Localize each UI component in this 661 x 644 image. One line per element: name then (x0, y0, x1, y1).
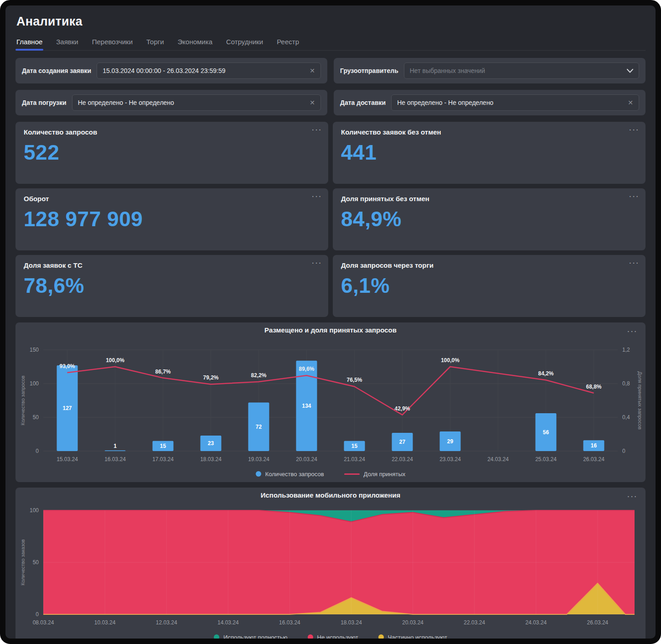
svg-text:20.03.24: 20.03.24 (402, 619, 423, 626)
shipper-placeholder: Нет выбранных значений (410, 67, 622, 74)
more-menu-icon[interactable]: ··· (629, 258, 639, 267)
clear-icon[interactable]: ✕ (310, 68, 315, 74)
legend-line-icon (344, 473, 360, 475)
filter-shipper: Грузоотправитель Нет выбранных значений (334, 58, 646, 83)
kpi-title: Количество запросов (24, 128, 97, 136)
kpi-value: 84,9% (341, 207, 637, 231)
kpi-card-orders-no-cancel: Количество заявок без отмен ··· 441 (333, 122, 646, 184)
svg-text:Доля принятых запросов: Доля принятых запросов (637, 371, 643, 430)
svg-text:82,2%: 82,2% (251, 372, 266, 379)
svg-text:72: 72 (256, 424, 262, 430)
svg-text:26.03.24: 26.03.24 (583, 456, 604, 462)
svg-text:50: 50 (33, 559, 39, 566)
filter-creation-date: Дата создания заявки 15.03.2024 00:00:00… (15, 58, 327, 83)
chart-panel-requests: Размещено и доля принятых запросов ··· 1… (15, 322, 646, 482)
kpi-value: 6,1% (341, 273, 637, 298)
svg-text:22.03.24: 22.03.24 (464, 619, 485, 626)
chart-panel-mobile-app: Использование мобильного приложения ··· … (15, 488, 646, 644)
svg-text:08.03.24: 08.03.24 (33, 619, 54, 626)
legend-item-full-use[interactable]: Используют полностью (214, 634, 288, 641)
clear-icon[interactable]: ✕ (628, 99, 633, 106)
legend-item-accepted[interactable]: Доля принятых (344, 471, 406, 478)
svg-text:Количество заказов: Количество заказов (20, 539, 26, 585)
svg-text:27: 27 (399, 439, 406, 445)
svg-text:42,9%: 42,9% (394, 405, 410, 412)
kpi-card-accepted-share: Доля принятых без отмен ··· 84,9% (333, 188, 646, 250)
shipper-select[interactable]: Нет выбранных значений (404, 62, 639, 79)
more-menu-icon[interactable]: ··· (627, 326, 637, 335)
svg-text:22.03.24: 22.03.24 (392, 456, 413, 462)
svg-text:76,5%: 76,5% (346, 377, 362, 383)
svg-text:134: 134 (302, 403, 311, 409)
svg-text:24.03.24: 24.03.24 (487, 456, 509, 462)
more-menu-icon[interactable]: ··· (627, 491, 637, 500)
tab-zayavki[interactable]: Заявки (56, 35, 78, 50)
kpi-title: Количество заявок без отмен (341, 128, 441, 136)
loading-date-input[interactable]: Не определено - Не определено ✕ (72, 94, 321, 111)
chart-legend: Количество запросов Доля принятых (17, 467, 644, 480)
creation-date-input[interactable]: 15.03.2024 00:00:00 - 26.03.2024 23:59:5… (97, 62, 321, 79)
kpi-title: Доля заявок с ТС (24, 261, 83, 269)
kpi-card-requests-count: Количество запросов ··· 522 (15, 122, 328, 184)
more-menu-icon[interactable]: ··· (629, 125, 639, 134)
filter-label: Грузоотправитель (340, 67, 398, 74)
tab-sotrudniki[interactable]: Сотрудники (226, 35, 263, 50)
chevron-down-icon[interactable] (627, 69, 633, 73)
svg-text:20.03.24: 20.03.24 (296, 456, 317, 462)
svg-text:16.03.24: 16.03.24 (279, 619, 300, 626)
more-menu-icon[interactable]: ··· (311, 191, 322, 200)
svg-text:21.03.24: 21.03.24 (344, 456, 365, 462)
svg-text:84,2%: 84,2% (538, 370, 553, 377)
legend-label: Не используют (317, 634, 358, 641)
legend-item-requests[interactable]: Количество запросов (256, 471, 324, 478)
svg-text:16: 16 (591, 442, 597, 449)
svg-text:17.03.24: 17.03.24 (152, 456, 174, 462)
legend-dot-icon (214, 634, 219, 640)
svg-text:1: 1 (114, 443, 117, 449)
svg-text:0: 0 (36, 448, 39, 454)
svg-text:24.03.24: 24.03.24 (525, 619, 547, 626)
svg-text:12.03.24: 12.03.24 (156, 619, 177, 626)
tab-reestr[interactable]: Реестр (277, 35, 299, 50)
tab-glavnoe[interactable]: Главное (16, 35, 42, 50)
filter-label: Дата доставки (340, 99, 386, 106)
svg-text:0,4: 0,4 (622, 414, 630, 421)
filter-delivery-date: Дата доставки Не определено - Не определ… (334, 90, 646, 115)
bar-line-chart: 15.03.2416.03.2417.03.2418.03.2419.03.24… (17, 338, 644, 467)
delivery-date-value: Не определено - Не определено (397, 99, 623, 106)
svg-text:16.03.24: 16.03.24 (104, 456, 126, 462)
svg-text:0: 0 (622, 448, 625, 454)
clear-icon[interactable]: ✕ (310, 99, 315, 106)
legend-label: Количество запросов (265, 471, 324, 478)
kpi-value: 441 (341, 140, 637, 165)
svg-text:86,7%: 86,7% (155, 369, 170, 375)
more-menu-icon[interactable]: ··· (311, 125, 322, 134)
kpi-card-ts-share: Доля заявок с ТС ··· 78,6% (15, 255, 328, 317)
svg-text:26.03.24: 26.03.24 (587, 619, 609, 626)
legend-dot-icon (256, 471, 261, 477)
tab-perevozchiki[interactable]: Перевозчики (92, 35, 133, 50)
more-menu-icon[interactable]: ··· (311, 258, 322, 267)
svg-text:10.03.24: 10.03.24 (94, 619, 116, 626)
tab-torgi[interactable]: Торги (146, 35, 164, 50)
filter-bar: Дата создания заявки 15.03.2024 00:00:00… (15, 58, 646, 115)
more-menu-icon[interactable]: ··· (629, 191, 639, 200)
kpi-value: 128 977 909 (24, 207, 320, 231)
filter-loading-date: Дата погрузки Не определено - Не определ… (15, 90, 327, 115)
svg-text:14.03.24: 14.03.24 (217, 619, 239, 626)
legend-dot-icon (308, 634, 313, 640)
legend-item-no-use[interactable]: Не используют (308, 634, 358, 641)
svg-text:29: 29 (447, 438, 454, 445)
tab-ekonomika[interactable]: Экономика (178, 35, 212, 50)
svg-text:100: 100 (30, 507, 39, 514)
kpi-card-turnover: Оборот ··· 128 977 909 (15, 188, 328, 250)
svg-text:100,0%: 100,0% (106, 357, 124, 364)
delivery-date-input[interactable]: Не определено - Не определено ✕ (391, 94, 639, 111)
chart-title: Использование мобильного приложения (17, 491, 644, 499)
svg-text:127: 127 (62, 405, 72, 411)
chart-title: Размещено и доля принятых запросов (17, 326, 644, 334)
kpi-title: Доля принятых без отмен (341, 195, 429, 203)
legend-item-partial-use[interactable]: Частично используют (378, 634, 447, 641)
loading-date-value: Не определено - Не определено (78, 99, 305, 106)
svg-text:93,0%: 93,0% (59, 363, 75, 369)
